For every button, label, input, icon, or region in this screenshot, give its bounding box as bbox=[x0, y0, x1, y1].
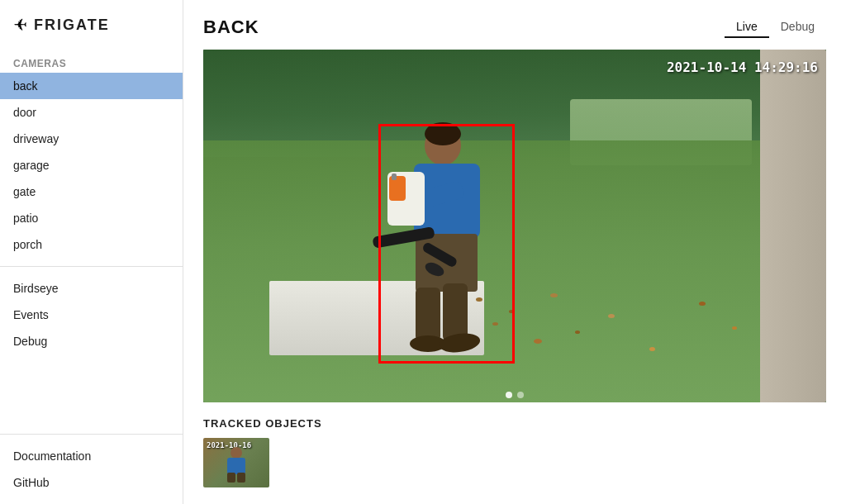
leaf bbox=[649, 347, 655, 351]
frigate-bird-icon: ✈ bbox=[13, 15, 27, 35]
main-content: BACK Live Debug bbox=[183, 0, 846, 504]
cameras-section-label: Cameras bbox=[0, 48, 183, 73]
tab-bar: Live Debug bbox=[725, 17, 826, 38]
sidebar-footer-divider bbox=[0, 434, 183, 435]
svg-rect-18 bbox=[237, 473, 245, 483]
camera-timestamp: 2021-10-14 14:29:16 bbox=[667, 59, 818, 75]
carousel-dot-2[interactable] bbox=[517, 392, 524, 398]
tab-debug[interactable]: Debug bbox=[769, 17, 826, 38]
sidebar: ✈ FRIGATE Cameras back door driveway gar… bbox=[0, 0, 183, 504]
leaf bbox=[550, 293, 558, 297]
sidebar-item-patio[interactable]: patio bbox=[0, 205, 183, 231]
leaf bbox=[608, 314, 615, 318]
carousel-dot-1[interactable] bbox=[506, 392, 512, 398]
sidebar-item-debug[interactable]: Debug bbox=[0, 328, 183, 354]
building-right bbox=[760, 50, 826, 402]
sidebar-item-gate[interactable]: gate bbox=[0, 178, 183, 205]
tracked-thumb-figure bbox=[216, 446, 257, 483]
svg-point-15 bbox=[231, 447, 242, 459]
sidebar-divider bbox=[0, 266, 183, 267]
camera-container: 2021-10-14 14:29:16 bbox=[203, 50, 826, 402]
sidebar-logo: ✈ FRIGATE bbox=[0, 0, 183, 48]
tracked-objects-row: 2021-10-16 bbox=[203, 438, 826, 487]
sidebar-item-porch[interactable]: porch bbox=[0, 231, 183, 258]
leaf bbox=[732, 326, 737, 330]
sidebar-item-door[interactable]: door bbox=[0, 99, 183, 126]
tracked-objects-label: TRACKED OBJECTS bbox=[203, 417, 826, 430]
camera-feed: 2021-10-14 14:29:16 bbox=[203, 50, 826, 402]
sidebar-item-driveway[interactable]: driveway bbox=[0, 126, 183, 152]
sidebar-item-events[interactable]: Events bbox=[0, 302, 183, 328]
sidebar-footer: Documentation GitHub bbox=[0, 426, 183, 504]
page-title: BACK bbox=[203, 17, 259, 38]
detection-bounding-box bbox=[378, 124, 515, 364]
sidebar-item-back[interactable]: back bbox=[0, 73, 183, 99]
sidebar-item-garage[interactable]: garage bbox=[0, 152, 183, 178]
app-name: FRIGATE bbox=[34, 17, 110, 34]
sidebar-item-documentation[interactable]: Documentation bbox=[0, 443, 183, 469]
sidebar-item-github[interactable]: GitHub bbox=[0, 469, 183, 496]
sidebar-item-birdseye[interactable]: Birdseye bbox=[0, 275, 183, 302]
svg-rect-16 bbox=[227, 458, 245, 474]
carousel-dots bbox=[506, 392, 524, 398]
leaf bbox=[699, 302, 706, 306]
tracked-object-thumb-1[interactable]: 2021-10-16 bbox=[203, 438, 269, 487]
svg-rect-17 bbox=[227, 473, 235, 483]
leaf bbox=[575, 330, 580, 334]
page-header: BACK Live Debug bbox=[203, 17, 826, 38]
leaf bbox=[534, 339, 542, 344]
tab-live[interactable]: Live bbox=[725, 17, 769, 38]
